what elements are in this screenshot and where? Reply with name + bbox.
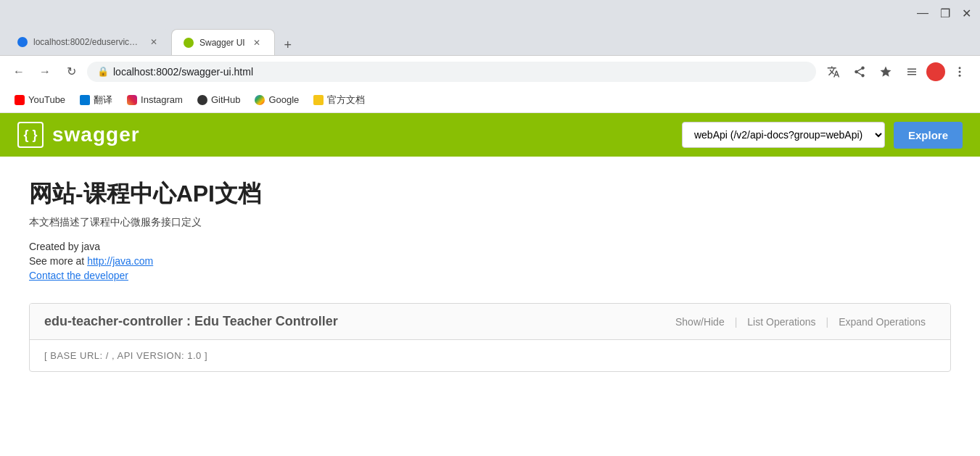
controller-actions: Show/Hide | List Operations | Expand Ope… <box>665 316 936 328</box>
docs-favicon <box>313 95 324 105</box>
tab-1-favicon <box>17 37 28 47</box>
url-text: localhost:8002/swagger-ui.html <box>113 66 253 78</box>
google-favicon <box>255 95 265 105</box>
url-input[interactable]: 🔒 localhost:8002/swagger-ui.html <box>87 62 816 82</box>
bookmark-youtube[interactable]: YouTube <box>9 92 71 107</box>
profile-avatar[interactable] <box>926 62 945 81</box>
list-operations-action[interactable]: List Operations <box>737 316 825 328</box>
swagger-title: swagger <box>52 123 140 146</box>
bookmark-github[interactable]: GitHub <box>192 92 246 107</box>
tab-2-favicon <box>184 38 194 48</box>
title-bar: — ❐ ✕ <box>0 0 980 26</box>
api-title: 网站-课程中心API文档 <box>29 178 951 210</box>
tab-1-label: localhost:8002/eduservice/edu <box>33 37 142 47</box>
svg-point-2 <box>959 74 961 76</box>
bookmark-translate[interactable]: 翻译 <box>74 91 118 109</box>
youtube-favicon <box>15 95 25 105</box>
bookmark-docs[interactable]: 官方文档 <box>308 91 371 109</box>
created-by: Created by java <box>29 241 951 252</box>
contact-developer-link[interactable]: Contact the developer <box>29 270 128 281</box>
swagger-content: 网站-课程中心API文档 本文档描述了课程中心微服务接口定义 Created b… <box>0 157 980 394</box>
address-bar: ← → ↻ 🔒 localhost:8002/swagger-ui.html <box>0 55 980 87</box>
controller-header: edu-teacher-controller : Edu Teacher Con… <box>30 304 950 340</box>
translate-favicon <box>80 95 90 105</box>
see-more: See more at http://java.com <box>29 255 951 267</box>
svg-point-0 <box>959 67 961 69</box>
swagger-app: { } swagger webApi (/v2/api-docs?group=w… <box>0 113 980 394</box>
api-selector[interactable]: webApi (/v2/api-docs?group=webApi) <box>682 122 885 148</box>
lock-icon: 🔒 <box>97 66 109 77</box>
bookmarks-bar: YouTube 翻译 Instagram GitHub Google 官方文档 <box>0 87 980 113</box>
translate-icon[interactable] <box>822 60 845 83</box>
api-description: 本文档描述了课程中心微服务接口定义 <box>29 216 951 229</box>
bookmark-github-label: GitHub <box>211 94 240 105</box>
close-button[interactable]: ✕ <box>962 7 971 20</box>
tab-2-label: Swagger UI <box>199 38 245 48</box>
contact-link-container: Contact the developer <box>29 270 951 281</box>
forward-button[interactable]: → <box>35 62 55 82</box>
bookmark-instagram[interactable]: Instagram <box>121 92 189 107</box>
swagger-logo-icon: { } <box>17 122 44 148</box>
back-button[interactable]: ← <box>9 62 29 82</box>
expand-operations-action[interactable]: Expand Operations <box>828 316 936 328</box>
bookmark-youtube-label: YouTube <box>28 94 65 105</box>
share-icon[interactable] <box>848 60 871 83</box>
bookmark-instagram-label: Instagram <box>141 94 183 105</box>
explore-button[interactable]: Explore <box>894 122 963 149</box>
reload-button[interactable]: ↻ <box>61 62 81 82</box>
see-more-text: See more at <box>29 255 87 267</box>
new-tab-button[interactable]: + <box>278 35 298 55</box>
controller-section: edu-teacher-controller : Edu Teacher Con… <box>29 303 951 372</box>
browser-toolbar <box>822 60 971 83</box>
instagram-favicon <box>127 95 137 105</box>
bookmark-docs-label: 官方文档 <box>327 94 365 107</box>
tab-2[interactable]: Swagger UI ✕ <box>171 29 275 55</box>
bookmark-google[interactable]: Google <box>249 92 305 107</box>
bookmark-icon[interactable] <box>874 60 897 83</box>
base-url: [ BASE URL: / , API VERSION: 1.0 ] <box>30 340 950 371</box>
bookmark-translate-label: 翻译 <box>94 94 112 107</box>
maximize-button[interactable]: ❐ <box>940 7 950 20</box>
bookmark-google-label: Google <box>268 94 299 105</box>
controller-name: edu-teacher-controller : Edu Teacher Con… <box>44 314 338 329</box>
window-controls[interactable]: — ❐ ✕ <box>917 7 971 20</box>
tab-2-close[interactable]: ✕ <box>251 37 263 49</box>
minimize-button[interactable]: — <box>917 7 928 20</box>
sidebar-icon[interactable] <box>900 60 923 83</box>
github-favicon <box>197 95 207 105</box>
swagger-header: { } swagger webApi (/v2/api-docs?group=w… <box>0 113 980 157</box>
tab-1[interactable]: localhost:8002/eduservice/edu ✕ <box>6 29 171 55</box>
tab-1-close[interactable]: ✕ <box>148 36 160 48</box>
menu-icon[interactable] <box>948 60 971 83</box>
show-hide-action[interactable]: Show/Hide <box>665 316 735 328</box>
tab-bar: localhost:8002/eduservice/edu ✕ Swagger … <box>0 26 980 55</box>
svg-point-1 <box>959 70 961 72</box>
swagger-controls: webApi (/v2/api-docs?group=webApi) Explo… <box>682 122 963 149</box>
java-com-link[interactable]: http://java.com <box>87 255 153 267</box>
swagger-logo: { } swagger <box>17 122 140 148</box>
